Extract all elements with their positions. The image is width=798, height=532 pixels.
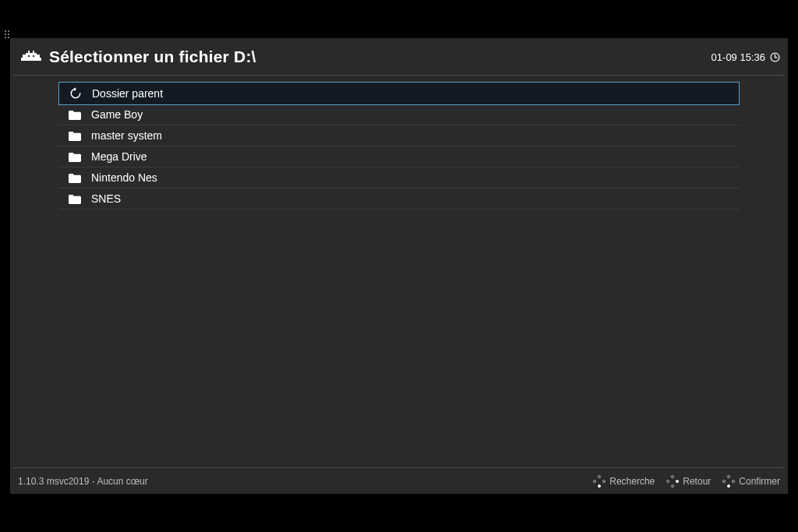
action-label: Confirmer (739, 476, 780, 487)
action-search[interactable]: Recherche (594, 476, 655, 487)
list-item[interactable]: Nintendo Nes (58, 167, 740, 188)
folder-icon (68, 194, 82, 204)
list-item-label: SNES (91, 192, 121, 205)
status-text: 1.10.3 msvc2019 - Aucun cœur (18, 476, 148, 487)
window-drag-handle[interactable] (5, 30, 9, 38)
svg-rect-0 (23, 55, 26, 61)
header-divider (13, 75, 785, 76)
svg-rect-3 (28, 51, 30, 53)
folder-icon (68, 110, 82, 120)
action-confirm[interactable]: Confirmer (723, 476, 780, 487)
file-list: Dossier parent Game Boy master system Me… (58, 82, 740, 210)
clock-text: 01-09 15:36 (711, 51, 765, 63)
folder-icon (68, 152, 82, 162)
footer: 1.10.3 msvc2019 - Aucun cœur Recherche R… (13, 467, 785, 494)
list-item[interactable]: Game Boy (58, 104, 740, 125)
list-item-parent[interactable]: Dossier parent (58, 82, 740, 105)
svg-rect-4 (33, 51, 34, 53)
header: Sélectionner un fichier D:\ 01-09 15:36 (10, 38, 788, 76)
gamepad-icon (594, 476, 605, 487)
svg-rect-8 (33, 55, 34, 57)
svg-rect-7 (28, 55, 30, 57)
page-title: Sélectionner un fichier D:\ (49, 48, 256, 66)
list-item-label: Mega Drive (91, 150, 147, 163)
app-window: Sélectionner un fichier D:\ 01-09 15:36 … (10, 38, 788, 494)
folder-icon (68, 131, 82, 141)
folder-icon (68, 173, 82, 183)
clock-icon (770, 52, 780, 62)
app-logo-icon (21, 50, 41, 64)
action-back[interactable]: Retour (667, 476, 711, 487)
list-item-label: Game Boy (91, 108, 143, 121)
list-item[interactable]: master system (58, 125, 740, 146)
footer-actions: Recherche Retour Confirmer (594, 476, 780, 487)
svg-rect-6 (40, 58, 41, 61)
gamepad-icon (723, 476, 734, 487)
list-item-label: Nintendo Nes (91, 171, 157, 184)
clock: 01-09 15:36 (711, 51, 780, 63)
svg-rect-1 (37, 55, 40, 61)
svg-rect-2 (26, 53, 37, 61)
list-item[interactable]: Mega Drive (58, 146, 740, 167)
gamepad-icon (667, 476, 678, 487)
list-item-label: master system (91, 129, 162, 142)
action-label: Retour (683, 476, 711, 487)
back-icon (69, 87, 83, 100)
list-item[interactable]: SNES (58, 188, 740, 210)
list-item-label: Dossier parent (92, 87, 163, 100)
action-label: Recherche (609, 476, 655, 487)
svg-rect-5 (21, 58, 23, 61)
